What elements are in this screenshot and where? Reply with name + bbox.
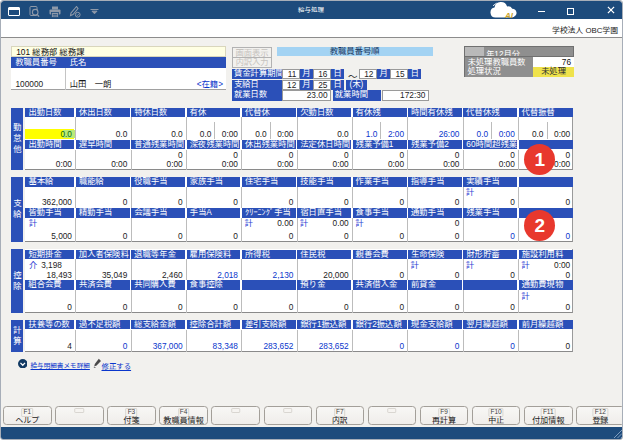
svg-text:AI: AI [504, 11, 514, 19]
